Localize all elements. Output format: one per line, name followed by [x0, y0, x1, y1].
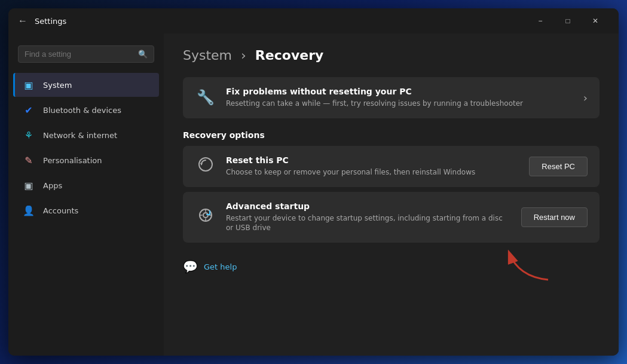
sidebar-item-label-network: Network & internet — [43, 131, 117, 140]
minimize-button[interactable]: − — [527, 11, 554, 30]
reset-pc-title: Reset this PC — [226, 155, 519, 165]
sidebar-item-label-apps: Apps — [43, 181, 62, 190]
apps-icon: ▣ — [23, 179, 35, 191]
reset-pc-desc: Choose to keep or remove your personal f… — [226, 167, 519, 178]
chevron-right-icon: › — [583, 91, 588, 104]
page-header: System › Recovery — [183, 48, 600, 63]
get-help-link[interactable]: Get help — [204, 262, 237, 271]
fix-problems-card[interactable]: 🔧 Fix problems without resetting your PC… — [183, 77, 600, 118]
search-box[interactable]: 🔍 — [18, 45, 154, 63]
window-title: Settings — [35, 17, 66, 26]
settings-window: ← Settings − □ ✕ 🔍 ▣ System ✔ Bluetooth … — [8, 8, 619, 356]
advanced-startup-card: Advanced startup Restart your device to … — [183, 192, 600, 243]
window-controls: − □ ✕ — [527, 11, 609, 30]
svg-marker-1 — [200, 163, 203, 166]
sidebar-item-system[interactable]: ▣ System — [13, 73, 159, 97]
search-input[interactable] — [25, 50, 138, 59]
main-content: System › Recovery 🔧 Fix problems without… — [164, 33, 619, 356]
reset-pc-card: Reset this PC Choose to keep or remove y… — [183, 146, 600, 187]
restart-now-button[interactable]: Restart now — [521, 207, 588, 227]
maximize-button[interactable]: □ — [554, 11, 582, 30]
sidebar-item-personalisation[interactable]: ✎ Personalisation — [13, 148, 159, 172]
advanced-startup-desc: Restart your device to change startup se… — [226, 213, 512, 234]
help-icon: 💬 — [183, 259, 198, 274]
breadcrumb-recovery: Recovery — [255, 48, 323, 63]
sidebar-item-label-system: System — [43, 81, 72, 90]
fix-problems-desc: Resetting can take a while — first, try … — [226, 99, 574, 109]
advanced-startup-text: Advanced startup Restart your device to … — [226, 201, 512, 234]
back-button[interactable]: ← — [18, 16, 27, 26]
wrench-icon: 🔧 — [195, 89, 216, 106]
sidebar-item-label-accounts: Accounts — [43, 206, 78, 215]
fix-problems-title: Fix problems without resetting your PC — [226, 87, 574, 96]
advanced-startup-title: Advanced startup — [226, 201, 512, 211]
breadcrumb-chevron: › — [241, 48, 246, 63]
sidebar: 🔍 ▣ System ✔ Bluetooth & devices ⚘ Netwo… — [8, 33, 164, 356]
search-icon: 🔍 — [138, 50, 148, 59]
accounts-icon: 👤 — [23, 204, 35, 216]
startup-icon — [195, 207, 216, 227]
sidebar-item-bluetooth[interactable]: ✔ Bluetooth & devices — [13, 98, 159, 122]
pen-icon: ✎ — [23, 154, 35, 166]
sidebar-item-label-personalisation: Personalisation — [43, 156, 102, 165]
reset-pc-action: Reset PC — [529, 157, 588, 176]
network-icon: ⚘ — [23, 129, 35, 141]
sidebar-item-accounts[interactable]: 👤 Accounts — [13, 198, 159, 222]
advanced-startup-action: Restart now — [521, 207, 588, 227]
reset-icon — [195, 156, 216, 176]
monitor-icon: ▣ — [23, 79, 35, 91]
close-button[interactable]: ✕ — [582, 11, 609, 30]
breadcrumb-system: System — [183, 48, 232, 63]
get-help-section: 💬 Get help — [183, 255, 600, 279]
bluetooth-icon: ✔ — [23, 104, 35, 116]
fix-problems-text: Fix problems without resetting your PC R… — [226, 87, 574, 109]
recovery-options-label: Recovery options — [183, 130, 600, 140]
title-bar: ← Settings − □ ✕ — [8, 8, 619, 33]
sidebar-item-network[interactable]: ⚘ Network & internet — [13, 123, 159, 147]
reset-pc-text: Reset this PC Choose to keep or remove y… — [226, 155, 519, 178]
reset-pc-button[interactable]: Reset PC — [529, 157, 588, 176]
window-body: 🔍 ▣ System ✔ Bluetooth & devices ⚘ Netwo… — [8, 33, 619, 356]
sidebar-item-apps[interactable]: ▣ Apps — [13, 173, 159, 197]
sidebar-item-label-bluetooth: Bluetooth & devices — [43, 106, 121, 115]
fix-problems-action: › — [583, 91, 588, 104]
